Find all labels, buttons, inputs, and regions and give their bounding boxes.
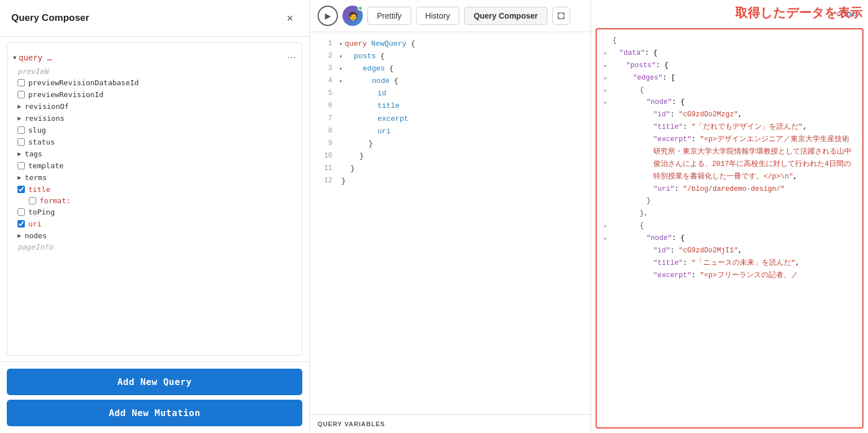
field-checkbox[interactable]: [18, 220, 25, 228]
field-checkbox[interactable]: [18, 79, 25, 86]
json-line: ▾{: [604, 220, 856, 233]
bottom-buttons: Add New Query Add New Mutation: [0, 361, 309, 433]
json-line: "excerpt": "<p>デザインエンジニア／東京大学生産技術研究所・東京大…: [604, 134, 856, 183]
json-line: ▾"data": {: [604, 47, 856, 60]
data-output-panel: {▾"data": {▾"posts": {▾"edges": [▾{▾"nod…: [596, 28, 863, 428]
collapse-arrow-icon[interactable]: ▾: [604, 74, 610, 84]
expand-arrow-icon: ▶: [18, 174, 21, 181]
json-line: ▾"node": {: [604, 233, 856, 245]
collapse-arrow-icon[interactable]: ▾: [604, 222, 610, 232]
json-line: ▾"edges": [: [604, 72, 856, 85]
query-variables-bar[interactable]: QUERY VARIABLES: [310, 414, 591, 433]
collapse-arrow-icon[interactable]: ▾: [604, 62, 610, 72]
list-item: pageInfo: [12, 242, 302, 252]
field-checkbox[interactable]: [18, 91, 25, 98]
code-line: 2▾posts {: [310, 50, 591, 63]
json-line: "title": "「ニュースの未来」を読んだ",: [604, 257, 856, 270]
expand-arrow-icon: ▶: [18, 150, 21, 158]
json-line: "id": "cG9zdDo2Mzgz",: [604, 109, 856, 121]
json-line: "id": "cG9zdDo2MjI1",: [604, 245, 856, 257]
query-root[interactable]: ▾ query … ⋯: [7, 49, 302, 66]
json-line: "excerpt": "<p>フリーランスの記者、ノ: [604, 270, 856, 282]
panel-title: Query Composer: [11, 12, 89, 24]
list-item[interactable]: ▶ tags: [12, 148, 302, 160]
code-line: 5 id: [310, 88, 591, 100]
field-checkbox[interactable]: [18, 208, 25, 216]
collapse-arrow-icon[interactable]: ▾: [604, 234, 610, 244]
code-line: 3▾edges {: [310, 63, 591, 75]
code-line: 12 }: [310, 175, 591, 187]
collapse-arrow-icon[interactable]: ▾: [339, 52, 342, 62]
collapse-arrow-icon[interactable]: ▾: [604, 49, 610, 59]
field-checkbox[interactable]: [18, 162, 25, 169]
query-tree: ▾ query … ⋯ prevIeW previewRevisionDatab…: [7, 42, 302, 356]
list-item[interactable]: uri: [12, 218, 302, 230]
query-composer-button[interactable]: Query Composer: [464, 7, 548, 25]
json-line: }: [604, 195, 856, 208]
field-checkbox[interactable]: [18, 126, 25, 134]
center-panel: ▶ 🧑 Prettify History Query Composer 1▾qu…: [310, 0, 591, 433]
json-line: "title": "「だれでもデザイン」を読んだ",: [604, 121, 856, 134]
collapse-arrow-icon[interactable]: ▾: [339, 40, 342, 49]
list-item[interactable]: ▶ revisions: [12, 112, 302, 124]
code-line: 9 }: [310, 138, 591, 150]
avatar: 🧑: [342, 6, 363, 26]
right-panel: 取得したデータを表示 ‹ Docs {▾"data": {▾"posts": {…: [591, 0, 868, 433]
list-item[interactable]: ▶ revisionOf: [12, 100, 302, 112]
code-editor[interactable]: 1▾query NewQuery {2▾posts {3▾edges {4▾no…: [310, 32, 591, 414]
code-line: 11 }: [310, 163, 591, 175]
json-line: ▾"posts": {: [604, 60, 856, 72]
list-item[interactable]: ▶ terms: [12, 172, 302, 183]
prettify-button[interactable]: Prettify: [367, 7, 411, 25]
annotation-text: 取得したデータを表示: [735, 6, 862, 20]
online-status-dot: [358, 6, 363, 11]
field-checkbox[interactable]: [18, 186, 25, 193]
json-line: },: [604, 208, 856, 220]
history-button[interactable]: History: [416, 7, 460, 25]
field-checkbox[interactable]: [29, 197, 36, 204]
expand-icon[interactable]: [552, 7, 570, 25]
left-panel: Query Composer × ▾ query … ⋯ prevIeW pre…: [0, 0, 310, 433]
list-item[interactable]: format:: [12, 195, 302, 206]
list-item: prevIeW: [12, 66, 302, 77]
run-query-button[interactable]: ▶: [318, 6, 338, 26]
list-item[interactable]: template: [12, 160, 302, 172]
add-new-mutation-button[interactable]: Add New Mutation: [7, 400, 302, 426]
expand-arrow-icon: ▶: [18, 103, 21, 110]
list-item[interactable]: status: [12, 136, 302, 148]
list-item[interactable]: previewRevisionId: [12, 89, 302, 100]
code-line: 4▾node {: [310, 75, 591, 88]
collapse-arrow-icon[interactable]: ▾: [339, 64, 342, 74]
list-item[interactable]: toPing: [12, 206, 302, 218]
expand-arrow-icon: ▶: [18, 232, 21, 239]
json-line: ▾"node": {: [604, 97, 856, 109]
list-item[interactable]: ▶ nodes: [12, 230, 302, 242]
json-line: ▾{: [604, 85, 856, 97]
list-item[interactable]: previewRevisionDatabaseId: [12, 77, 302, 89]
code-line: 1▾query NewQuery {: [310, 38, 591, 50]
code-line: 8 uri: [310, 125, 591, 138]
add-new-query-button[interactable]: Add New Query: [7, 369, 302, 395]
close-button[interactable]: ×: [282, 10, 298, 26]
collapse-arrow-icon[interactable]: ▾: [604, 98, 610, 108]
more-options-icon[interactable]: ⋯: [287, 52, 296, 63]
json-line: {: [604, 35, 856, 47]
json-line: "uri": "/blog/daredemo-design/": [604, 183, 856, 196]
toolbar: ▶ 🧑 Prettify History Query Composer: [310, 0, 591, 32]
panel-header: Query Composer ×: [0, 0, 309, 37]
annotation-box: 取得したデータを表示: [735, 5, 862, 21]
expand-arrow-icon: ▶: [18, 115, 21, 122]
list-item[interactable]: title: [12, 183, 302, 195]
code-line: 7 excerpt: [310, 113, 591, 125]
collapse-arrow-icon[interactable]: ▾: [604, 86, 610, 97]
code-line: 6 title: [310, 100, 591, 112]
list-item[interactable]: slug: [12, 124, 302, 136]
query-label: query …: [19, 53, 52, 62]
field-checkbox[interactable]: [18, 138, 25, 146]
code-line: 10 }: [310, 150, 591, 163]
chevron-down-icon: ▾: [13, 54, 16, 62]
collapse-arrow-icon[interactable]: ▾: [339, 77, 342, 86]
tree-items: prevIeW previewRevisionDatabaseId previe…: [7, 66, 302, 252]
